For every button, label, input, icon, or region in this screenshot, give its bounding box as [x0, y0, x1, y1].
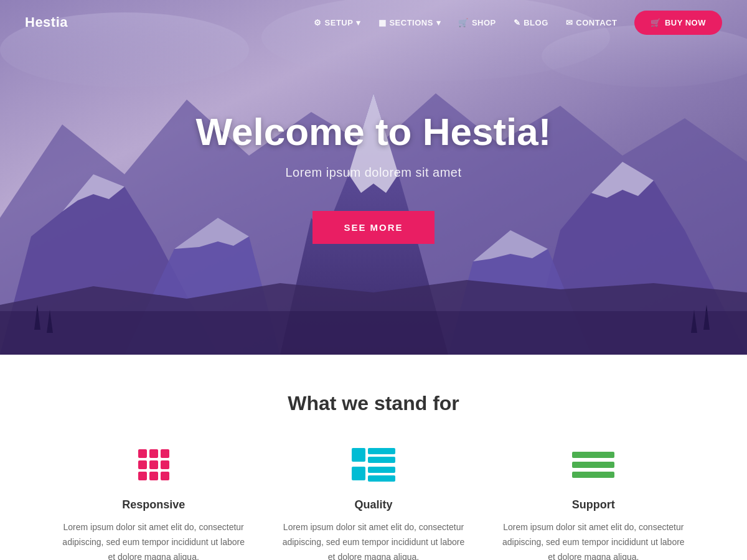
- table-cell-rect-2: [368, 467, 395, 473]
- grid-cell: [161, 472, 169, 480]
- grid-cell: [161, 460, 169, 469]
- quality-icon: [352, 446, 395, 483]
- support-icon: [572, 446, 614, 483]
- see-more-button[interactable]: SEE MORE: [312, 211, 434, 244]
- table-cell-rect: [368, 448, 395, 454]
- grid-cell: [138, 460, 147, 469]
- cart-icon: 🛒: [651, 18, 661, 27]
- features-title: What we stand for: [25, 392, 722, 415]
- nav-item-sections[interactable]: ▦ SECTIONS ▾: [371, 13, 448, 32]
- nav-menu: ⚙ SETUP ▾ ▦ SECTIONS ▾ 🛒 SHOP ✎ BLOG: [306, 11, 722, 35]
- responsive-description: Lorem ipsum dolor sit amet elit do, cons…: [62, 520, 245, 560]
- grid-cell: [149, 460, 158, 469]
- navbar: Hestia ⚙ SETUP ▾ ▦ SECTIONS ▾ 🛒 SHOP ✎: [0, 0, 747, 45]
- nav-item-buy[interactable]: 🛒 BUY NOW: [627, 11, 722, 35]
- shop-icon: 🛒: [458, 18, 469, 27]
- feature-support: Support Lorem ipsum dolor sit amet elit …: [502, 446, 685, 560]
- hero-subtitle: Lorem ipsum dolorem sit amet: [196, 166, 552, 180]
- chevron-down-icon-2: ▾: [436, 18, 441, 27]
- grid-cell: [138, 449, 147, 458]
- feature-quality: Quality Lorem ipsum dolor sit amet elit …: [282, 446, 464, 560]
- buy-now-label: BUY NOW: [665, 18, 706, 27]
- hero-section: Welcome to Hestia! Lorem ipsum dolorem s…: [0, 0, 747, 355]
- nav-item-shop[interactable]: 🛒 SHOP: [451, 13, 503, 32]
- table-cell-rect-3: [368, 475, 395, 482]
- brand-logo[interactable]: Hestia: [25, 14, 68, 30]
- nav-shop-label: SHOP: [472, 18, 496, 27]
- contact-icon: ✉: [566, 18, 573, 27]
- table-cell-square: [352, 448, 365, 462]
- grid-cell: [138, 472, 147, 480]
- nav-sections-label: SECTIONS: [389, 18, 433, 27]
- feature-responsive: Responsive Lorem ipsum dolor sit amet el…: [62, 446, 245, 560]
- table-cell-rect: [368, 457, 395, 463]
- table-icon: [352, 448, 395, 482]
- nav-blog-label: BLOG: [524, 18, 548, 27]
- nav-contact-label: CONTACT: [576, 18, 617, 27]
- responsive-title: Responsive: [122, 498, 185, 511]
- line-1: [572, 452, 614, 458]
- responsive-icon: [138, 446, 169, 483]
- nav-item-blog[interactable]: ✎ BLOG: [506, 13, 556, 32]
- grid-icon: [138, 449, 169, 480]
- buy-now-button[interactable]: 🛒 BUY NOW: [634, 11, 722, 35]
- setup-icon: ⚙: [314, 18, 322, 27]
- grid-cell: [149, 449, 158, 458]
- chevron-down-icon: ▾: [356, 18, 361, 27]
- nav-setup-label: SETUP: [325, 18, 354, 27]
- hero-title: Welcome to Hestia!: [196, 111, 552, 153]
- table-row-top: [352, 448, 395, 463]
- lines-icon: [572, 452, 614, 478]
- features-grid: Responsive Lorem ipsum dolor sit amet el…: [62, 446, 685, 560]
- nav-item-setup[interactable]: ⚙ SETUP ▾: [306, 13, 369, 32]
- blog-icon: ✎: [514, 18, 521, 27]
- line-3: [572, 472, 614, 478]
- quality-title: Quality: [354, 498, 392, 511]
- grid-cell: [149, 472, 158, 480]
- svg-rect-20: [0, 311, 747, 355]
- grid-cell: [161, 449, 169, 458]
- sections-icon: ▦: [378, 18, 387, 27]
- support-description: Lorem ipsum dolor sit amet elit do, cons…: [502, 520, 685, 560]
- table-row-bottom: [352, 467, 395, 482]
- line-2: [572, 462, 614, 468]
- features-section: What we stand for Responsive Lorem ipsum…: [0, 355, 747, 560]
- hero-content: Welcome to Hestia! Lorem ipsum dolorem s…: [171, 111, 576, 244]
- table-cell-square-2: [352, 467, 365, 480]
- quality-description: Lorem ipsum dolor sit amet elit do, cons…: [282, 520, 464, 560]
- nav-item-contact[interactable]: ✉ CONTACT: [558, 13, 625, 32]
- support-title: Support: [572, 498, 615, 511]
